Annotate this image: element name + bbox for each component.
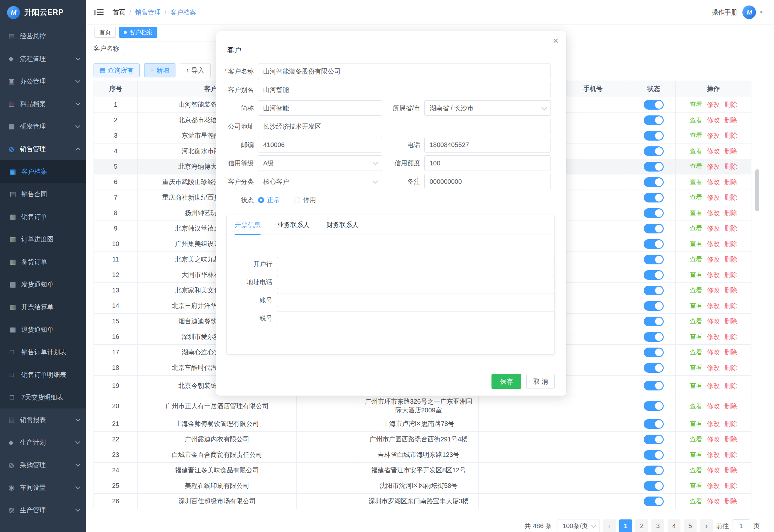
delete-link[interactable]: 删除	[724, 301, 737, 310]
view-link[interactable]: 查看	[690, 116, 702, 124]
add-button[interactable]: + 新增	[144, 63, 175, 77]
status-toggle[interactable]	[644, 162, 664, 172]
collapse-menu-icon[interactable]	[94, 8, 104, 16]
customer-name-input[interactable]	[258, 64, 551, 79]
edit-link[interactable]: 修改	[707, 348, 720, 357]
delete-link[interactable]: 删除	[724, 224, 737, 233]
delete-link[interactable]: 删除	[724, 131, 737, 140]
status-toggle[interactable]	[644, 363, 664, 373]
status-toggle[interactable]	[644, 286, 664, 295]
view-link[interactable]: 查看	[690, 381, 702, 390]
view-link[interactable]: 查看	[690, 224, 702, 233]
page-number-button[interactable]: 2	[635, 519, 648, 532]
view-link[interactable]: 查看	[690, 450, 702, 459]
page-number-button[interactable]: 3	[651, 519, 664, 532]
view-link[interactable]: 查看	[690, 286, 702, 295]
edit-link[interactable]: 修改	[707, 317, 720, 326]
sidebar-item[interactable]: ▦ 开票结算单	[0, 296, 86, 318]
scrollbar-thumb[interactable]	[755, 169, 759, 211]
status-toggle[interactable]	[644, 348, 664, 357]
status-radio[interactable]: 停用	[294, 196, 316, 204]
delete-link[interactable]: 删除	[724, 450, 737, 459]
status-toggle[interactable]	[644, 401, 664, 411]
customer-name-filter-input[interactable]	[124, 42, 220, 55]
page-number-button[interactable]: 5	[684, 519, 697, 532]
delete-link[interactable]: 删除	[724, 162, 737, 171]
delete-link[interactable]: 删除	[724, 147, 737, 155]
status-toggle[interactable]	[644, 497, 664, 506]
delete-link[interactable]: 删除	[724, 381, 737, 390]
short-name-input[interactable]	[258, 100, 382, 116]
edit-link[interactable]: 修改	[707, 381, 720, 390]
sidebar-item[interactable]: ▤ 销售合同	[0, 183, 86, 205]
edit-link[interactable]: 修改	[707, 178, 720, 186]
edit-link[interactable]: 修改	[707, 147, 720, 155]
status-toggle[interactable]	[644, 100, 664, 110]
page-number-button[interactable]: 4	[668, 519, 680, 532]
status-toggle[interactable]	[644, 435, 664, 444]
category-select[interactable]: 核心客户	[258, 174, 382, 189]
status-toggle[interactable]	[644, 177, 664, 187]
dialog-tab[interactable]: 业务联系人	[277, 215, 310, 234]
breadcrumb-section[interactable]: 销售管理	[135, 8, 161, 17]
status-toggle[interactable]	[644, 224, 664, 233]
view-link[interactable]: 查看	[690, 209, 702, 217]
view-tab[interactable]: 客户档案	[119, 27, 157, 38]
status-toggle[interactable]	[644, 270, 664, 280]
view-link[interactable]: 查看	[690, 363, 702, 372]
sidebar-item[interactable]: ▦ 备货订单	[0, 251, 86, 273]
import-button[interactable]: ↑ 导入	[180, 63, 211, 77]
sidebar-item[interactable]: ▥ 订单进度图	[0, 228, 86, 251]
sidebar-item[interactable]: □ 销售订单计划表	[0, 341, 86, 363]
status-toggle[interactable]	[644, 208, 664, 218]
invoice-field-input[interactable]	[277, 311, 554, 325]
view-link[interactable]: 查看	[690, 147, 702, 155]
view-link[interactable]: 查看	[690, 419, 702, 428]
delete-link[interactable]: 删除	[724, 332, 737, 341]
edit-link[interactable]: 修改	[707, 419, 720, 428]
status-toggle[interactable]	[644, 146, 664, 156]
edit-link[interactable]: 修改	[707, 224, 720, 233]
delete-link[interactable]: 删除	[724, 435, 737, 444]
zip-input[interactable]	[258, 137, 382, 153]
delete-link[interactable]: 删除	[724, 497, 737, 506]
edit-link[interactable]: 修改	[707, 116, 720, 124]
delete-link[interactable]: 删除	[724, 116, 737, 124]
alias-input[interactable]	[258, 82, 551, 97]
status-toggle[interactable]	[644, 419, 664, 429]
status-toggle[interactable]	[644, 332, 664, 342]
status-toggle[interactable]	[644, 115, 664, 125]
view-tab[interactable]: 首页	[94, 27, 116, 38]
edit-link[interactable]: 修改	[707, 209, 720, 217]
edit-link[interactable]: 修改	[707, 255, 720, 264]
edit-link[interactable]: 修改	[707, 193, 720, 202]
page-number-button[interactable]: 1	[619, 519, 632, 532]
avatar[interactable]: M	[742, 5, 756, 19]
edit-link[interactable]: 修改	[707, 240, 720, 248]
sidebar-item[interactable]: ◉ 车间设置	[0, 476, 86, 499]
sidebar-item[interactable]: ◆ 流程管理	[0, 47, 86, 70]
edit-link[interactable]: 修改	[707, 450, 720, 459]
view-link[interactable]: 查看	[690, 402, 702, 410]
company-address-input[interactable]	[258, 119, 551, 134]
sidebar-item[interactable]: □ 7天交货明细表	[0, 386, 86, 409]
phone-input[interactable]	[424, 137, 551, 153]
view-link[interactable]: 查看	[690, 332, 702, 341]
prev-page-button[interactable]: ‹	[603, 519, 616, 532]
view-link[interactable]: 查看	[690, 435, 702, 444]
edit-link[interactable]: 修改	[707, 466, 720, 475]
delete-link[interactable]: 删除	[724, 240, 737, 248]
view-link[interactable]: 查看	[690, 240, 702, 248]
edit-link[interactable]: 修改	[707, 435, 720, 444]
page-size-select[interactable]: 100条/页	[558, 519, 600, 532]
edit-link[interactable]: 修改	[707, 162, 720, 171]
status-toggle[interactable]	[644, 193, 664, 202]
delete-link[interactable]: 删除	[724, 481, 737, 490]
sidebar-item[interactable]: ▣ 客户档案	[0, 160, 86, 183]
sidebar-item[interactable]: ▦ 研发管理	[0, 115, 86, 138]
status-radio[interactable]: 正常	[258, 196, 280, 204]
remark-input[interactable]	[424, 174, 551, 189]
sidebar-item[interactable]: ▤ 发货通知单	[0, 273, 86, 296]
delete-link[interactable]: 删除	[724, 193, 737, 202]
sidebar-item[interactable]: ▧ 销售管理	[0, 138, 86, 160]
